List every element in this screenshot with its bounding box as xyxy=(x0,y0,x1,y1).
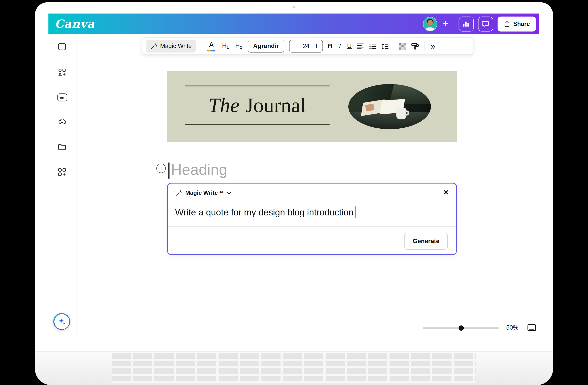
chat-bubble-icon xyxy=(482,20,489,28)
magic-write-button[interactable]: Magic Write xyxy=(146,40,196,52)
magic-write-title: Magic Write™ xyxy=(185,189,224,196)
canva-logo[interactable]: Canva xyxy=(55,17,95,30)
line-spacing-icon xyxy=(381,43,389,50)
chevron-down-icon[interactable] xyxy=(227,191,231,195)
add-member-button[interactable]: + xyxy=(441,19,449,29)
bold-button[interactable]: B xyxy=(328,42,333,50)
header-divider xyxy=(454,19,454,28)
webcam-dot xyxy=(293,6,295,8)
sidebar-item-uploads[interactable] xyxy=(57,117,67,127)
photo-mug-handle xyxy=(405,111,409,116)
avatar-face xyxy=(427,20,433,25)
sparkle-icon xyxy=(57,317,66,326)
cloud-upload-icon xyxy=(57,117,67,126)
toolbar-divider xyxy=(201,41,201,51)
design-panels-icon xyxy=(57,42,67,51)
heading-placeholder[interactable]: Heading xyxy=(171,161,227,178)
photo-desk xyxy=(348,112,431,129)
magic-write-panel: Magic Write™ ✕ Write a quote for my desi… xyxy=(167,183,457,255)
insights-button[interactable] xyxy=(459,16,474,31)
close-button[interactable]: ✕ xyxy=(443,188,449,197)
photo-book-insert xyxy=(365,104,374,112)
font-size-decrease-button[interactable]: − xyxy=(294,42,298,50)
page: Canva + xyxy=(0,0,588,385)
magic-write-panel-header[interactable]: Magic Write™ xyxy=(175,189,231,196)
avatar[interactable] xyxy=(423,17,437,31)
toolbar-divider xyxy=(424,41,424,51)
header-actions: + xyxy=(423,16,536,31)
font-selector[interactable]: Agrandir xyxy=(248,40,284,52)
magic-write-label: Magic Write xyxy=(160,43,192,49)
sidebar-item-elements[interactable] xyxy=(57,67,67,77)
prompt-cursor xyxy=(355,206,356,218)
banner-masthead: The Journal xyxy=(185,86,330,125)
sidebar-item-brand[interactable]: co xyxy=(57,92,67,102)
photo-open-book-right xyxy=(379,99,405,114)
paint-roller-icon xyxy=(411,42,419,50)
rainbow-underline xyxy=(208,50,215,51)
brand-badge-label: co xyxy=(60,95,64,100)
heading2-button[interactable]: H₂ xyxy=(234,42,243,50)
sidebar: co xyxy=(48,34,76,336)
masthead-journal: Journal xyxy=(245,93,306,117)
photo-mug xyxy=(396,108,406,119)
share-button[interactable]: Share xyxy=(498,16,536,31)
generate-button[interactable]: Generate xyxy=(404,233,448,250)
elements-shapes-icon xyxy=(57,68,67,77)
text-color-label: A xyxy=(209,41,214,49)
toolbar-divider xyxy=(394,41,394,51)
pages-view-icon xyxy=(527,324,536,331)
line-spacing-button[interactable] xyxy=(381,43,389,50)
journal-banner[interactable]: The Journal xyxy=(167,71,457,142)
assistant-inner xyxy=(54,314,69,329)
prompt-text: Write a quote for my design blog introdu… xyxy=(175,207,354,218)
checkerboard-icon xyxy=(399,43,406,50)
bullet-list-icon xyxy=(369,43,376,50)
align-left-icon xyxy=(357,43,364,50)
transparency-button[interactable] xyxy=(399,43,406,50)
laptop-base xyxy=(35,351,553,385)
canva-assistant-button[interactable] xyxy=(53,313,70,330)
magic-wand-icon xyxy=(150,43,157,49)
magic-wand-icon xyxy=(175,190,182,196)
photo-open-book-left xyxy=(361,99,384,116)
zoom-level: 50% xyxy=(506,324,518,331)
photo-window-light xyxy=(389,84,431,104)
canva-app: Canva + xyxy=(48,13,539,336)
text-toolbar: Magic Write A H₁ H₂ Agrandir − 24 + B I … xyxy=(142,38,473,55)
apps-grid-icon xyxy=(57,167,67,177)
journal-photo xyxy=(348,84,431,129)
masthead-the: The xyxy=(209,93,239,117)
sidebar-item-design[interactable] xyxy=(57,42,67,52)
underline-button[interactable]: U xyxy=(347,42,352,50)
share-label: Share xyxy=(513,21,530,27)
panel-divider xyxy=(168,226,456,227)
italic-button[interactable]: I xyxy=(337,42,342,50)
bullet-list-button[interactable] xyxy=(369,43,376,50)
comments-button[interactable] xyxy=(478,16,493,31)
font-size-increase-button[interactable]: + xyxy=(314,42,318,50)
laptop-screen: Canva + xyxy=(35,2,553,351)
prompt-input[interactable]: Write a quote for my design blog introdu… xyxy=(175,206,356,218)
text-color-button[interactable]: A xyxy=(206,41,216,51)
laptop-keyboard xyxy=(112,353,476,383)
grid-view-button[interactable] xyxy=(527,323,537,332)
copy-style-button[interactable] xyxy=(411,42,419,50)
app-header: Canva + xyxy=(48,13,539,34)
bar-chart-icon xyxy=(462,20,470,28)
avatar-shirt xyxy=(425,27,435,31)
text-cursor xyxy=(168,162,169,179)
font-size-stepper: − 24 + xyxy=(289,40,323,52)
alignment-button[interactable] xyxy=(357,43,364,50)
brand-badge-icon: co xyxy=(57,93,67,101)
heading1-button[interactable]: H₁ xyxy=(221,42,230,50)
insert-block-button[interactable]: + xyxy=(156,164,166,173)
share-upload-icon xyxy=(504,21,510,27)
sidebar-item-apps[interactable] xyxy=(57,167,67,177)
more-options-button[interactable]: » xyxy=(429,42,436,50)
zoom-slider-thumb[interactable] xyxy=(459,325,464,331)
font-size-value[interactable]: 24 xyxy=(303,43,309,49)
folder-icon xyxy=(57,142,67,152)
sidebar-item-projects[interactable] xyxy=(57,142,67,152)
